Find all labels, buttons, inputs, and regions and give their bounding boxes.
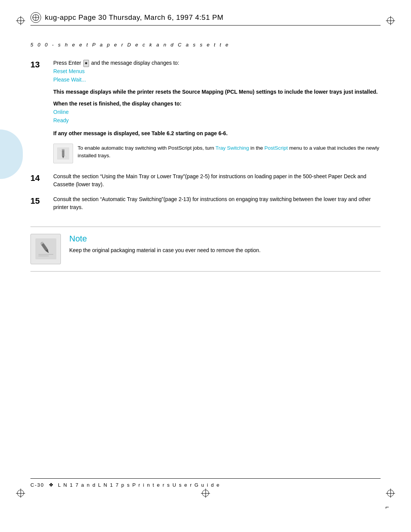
online-link[interactable]: Online — [53, 108, 381, 116]
page-header: kug-appc Page 30 Thursday, March 6, 1997… — [30, 12, 381, 26]
corner-mark: ⌐ — [386, 504, 389, 511]
enter-key-symbol: ✱ — [83, 60, 89, 67]
step-15: 15 Consult the section “Automatic Tray S… — [30, 195, 381, 211]
header-title: kug-appc Page 30 Thursday, March 6, 1997… — [45, 13, 223, 22]
note-section: Note Keep the original packaging materia… — [30, 227, 381, 272]
footer-guide-title: L N 1 7 a n d L N 1 7 p s P r i n t e r … — [58, 482, 220, 488]
page-subtitle: 5 0 0 - s h e e t P a p e r D e c k a n … — [30, 42, 230, 48]
note-section-text: Keep the original packaging material in … — [69, 244, 381, 254]
note-pencil-icon — [30, 234, 61, 264]
decorative-blob — [0, 129, 23, 179]
page: ⌐ kug-appc Page 30 Thursday, March 6, 19… — [0, 0, 411, 532]
if-any-text: If any other message is displayed, see T… — [53, 129, 381, 137]
corner-crosshair-bc — [201, 489, 210, 498]
step-13-intro: Press Enter ✱ and the message display ch… — [53, 59, 381, 67]
inline-note-text: To enable automatic tray switching with … — [78, 144, 381, 160]
ready-link[interactable]: Ready — [53, 116, 381, 125]
postscript-link[interactable]: PostScript — [264, 145, 288, 151]
step-number-13: 13 — [30, 59, 53, 166]
main-content: 13 Press Enter ✱ and the message display… — [30, 59, 381, 272]
step-13-bold1: This message displays while the printer … — [53, 88, 381, 96]
step-13: 13 Press Enter ✱ and the message display… — [30, 59, 381, 166]
pencil-note-icon — [53, 144, 73, 163]
footer-separator: ❖ — [47, 482, 55, 488]
step-number-14: 14 — [30, 173, 53, 189]
step-13-content: Press Enter ✱ and the message display ch… — [53, 59, 381, 166]
step-14-content: Consult the section “Using the Main Tray… — [53, 173, 381, 189]
step-15-content: Consult the section “Automatic Tray Swit… — [53, 195, 381, 211]
step-14-text: Consult the section “Using the Main Tray… — [53, 173, 381, 189]
note-label: Note — [69, 234, 381, 244]
corner-crosshair-tr — [386, 16, 395, 25]
page-footer: C-30 ❖ L N 1 7 a n d L N 1 7 p s P r i n… — [30, 478, 381, 488]
step-14: 14 Consult the section “Using the Main T… — [30, 173, 381, 189]
reset-menus-link[interactable]: Reset Menus — [53, 67, 381, 75]
tray-switching-link[interactable]: Tray Switching — [215, 145, 249, 151]
corner-crosshair-bl — [16, 489, 25, 498]
footer-page-ref: C-30 — [30, 482, 44, 488]
header-circle-icon — [30, 12, 41, 23]
corner-crosshair-tl — [16, 16, 25, 25]
corner-crosshair-br — [386, 489, 395, 498]
step-13-bold2: When the reset is finished, the display … — [53, 100, 381, 108]
please-wait-link[interactable]: Please Wait... — [53, 75, 381, 84]
svg-rect-6 — [62, 149, 64, 150]
inline-note-box: To enable automatic tray switching with … — [53, 141, 381, 166]
step-number-15: 15 — [30, 195, 53, 211]
step-15-text: Consult the section “Automatic Tray Swit… — [53, 195, 381, 211]
